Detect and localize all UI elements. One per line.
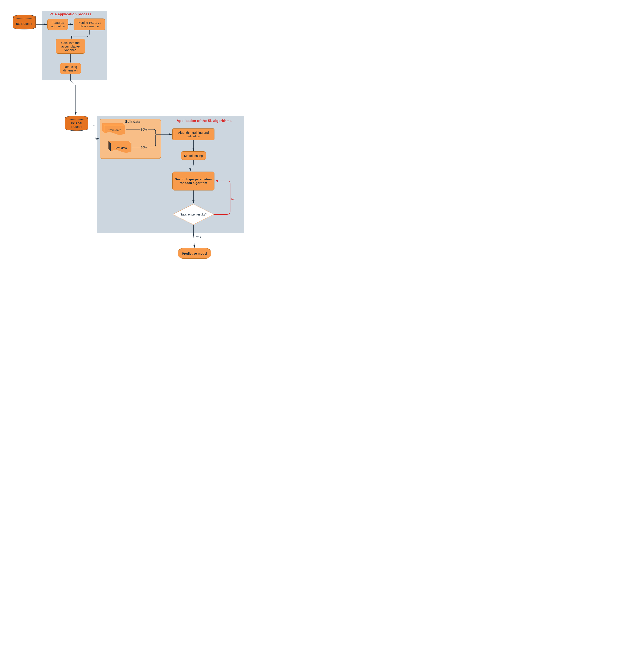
node-5g-dataset: 5G Dataset xyxy=(13,15,36,29)
label-train-percent: 80% xyxy=(141,128,147,131)
node-search-hyperparameters: Search hyperparameters for each algorith… xyxy=(172,172,214,190)
label-plot-pca-variance: Plotting PCAs vs data variance xyxy=(75,21,104,28)
node-plot-pca-variance: Plotting PCAs vs data variance xyxy=(74,18,105,30)
label-train-data: Train data xyxy=(108,128,121,132)
train-data-stack: Train data xyxy=(104,125,127,138)
label-algorithm-training: Algorithm training and validation xyxy=(176,131,211,138)
node-features-normalize: Features normalize xyxy=(47,19,68,30)
node-decision-satisfactory: Satisfactory results? xyxy=(172,204,214,225)
node-cumulative-variance: Calculate the accumulative variance xyxy=(56,39,85,54)
label-model-testing: Model testing xyxy=(184,154,203,157)
label-predictive-model: Predictive model xyxy=(182,252,207,255)
label-search-hyperparameters: Search hyperparameters for each algorith… xyxy=(174,177,213,185)
label-5g-dataset: 5G Dataset xyxy=(16,22,32,26)
label-yes: Yes xyxy=(196,236,201,239)
label-pca-5g-dataset: PCA 5G Dataset xyxy=(66,121,88,128)
node-reduce-dimension: Reducing dimension xyxy=(60,63,81,74)
label-test-data: Test data xyxy=(115,146,127,150)
node-model-testing: Model testing xyxy=(181,151,206,160)
label-decision: Satisfactory results? xyxy=(180,213,207,216)
label-no: No xyxy=(231,198,235,201)
sl-group-title: Application of the SL algorithms xyxy=(176,119,231,123)
label-reduce-dimension: Reducing dimension xyxy=(61,65,80,72)
split-data-title: Split data xyxy=(125,120,140,124)
test-data-stack: Test data xyxy=(110,143,133,156)
node-predictive-model: Predictive model xyxy=(178,248,211,259)
node-pca-5g-dataset: PCA 5G Dataset xyxy=(65,116,88,131)
node-algorithm-training: Algorithm training and validation xyxy=(172,128,214,140)
label-features-normalize: Features normalize xyxy=(49,21,67,28)
label-test-percent: 20% xyxy=(141,146,147,149)
pca-group-title: PCA application process xyxy=(49,12,91,16)
label-cumulative-variance: Calculate the accumulative variance xyxy=(57,41,84,52)
flowchart-canvas: PCA application process Application of t… xyxy=(9,9,261,271)
